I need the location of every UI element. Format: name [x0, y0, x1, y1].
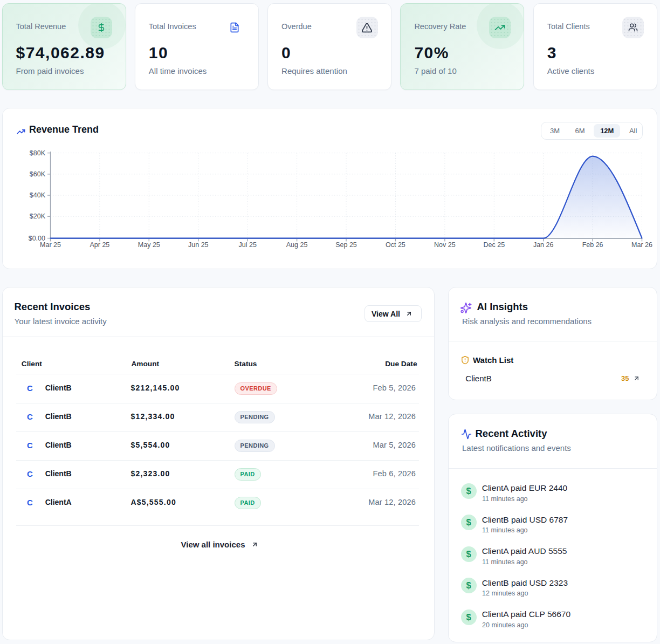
- svg-text:Sep 25: Sep 25: [335, 241, 357, 249]
- svg-text:Jun 25: Jun 25: [188, 241, 209, 249]
- svg-text:Dec 25: Dec 25: [483, 241, 505, 249]
- svg-text:Jan 26: Jan 26: [533, 241, 553, 249]
- svg-text:Aug 25: Aug 25: [286, 241, 307, 249]
- svg-text:Mar 26: Mar 26: [631, 241, 652, 249]
- svg-text:Jul 25: Jul 25: [238, 241, 256, 249]
- svg-text:$20K: $20K: [29, 213, 45, 220]
- svg-text:Feb 26: Feb 26: [582, 241, 603, 249]
- svg-text:May 25: May 25: [138, 241, 160, 249]
- svg-text:$60K: $60K: [29, 170, 45, 178]
- svg-text:Mar 25: Mar 25: [40, 241, 61, 249]
- svg-text:Apr 25: Apr 25: [90, 241, 109, 249]
- svg-text:$80K: $80K: [29, 149, 45, 157]
- svg-text:Nov 25: Nov 25: [434, 241, 456, 249]
- svg-text:Oct 25: Oct 25: [385, 241, 405, 249]
- svg-text:$40K: $40K: [29, 191, 45, 199]
